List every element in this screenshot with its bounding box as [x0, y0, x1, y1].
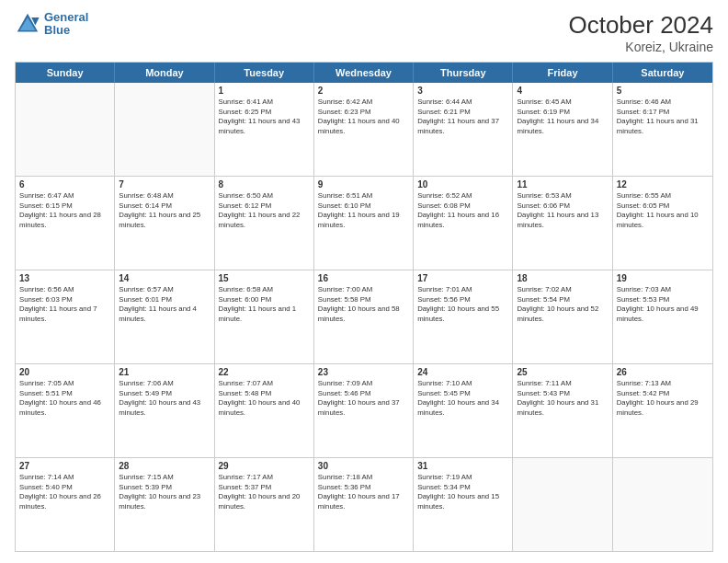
day-number: 24: [417, 367, 508, 377]
day-number: 18: [517, 273, 608, 283]
day-number: 26: [617, 367, 709, 377]
day-number: 19: [617, 273, 709, 283]
cal-cell-3-2: 22Sunrise: 7:07 AM Sunset: 5:48 PM Dayli…: [215, 364, 314, 457]
page-title: October 2024: [568, 11, 713, 40]
header-saturday: Saturday: [613, 63, 712, 83]
cell-info: Sunrise: 6:48 AM Sunset: 6:14 PM Dayligh…: [119, 191, 210, 230]
header-monday: Monday: [115, 63, 214, 83]
calendar-body: 1Sunrise: 6:41 AM Sunset: 6:25 PM Daylig…: [16, 83, 712, 551]
cell-info: Sunrise: 7:07 AM Sunset: 5:48 PM Dayligh…: [219, 379, 310, 418]
day-number: 1: [219, 86, 310, 96]
cal-cell-4-2: 29Sunrise: 7:17 AM Sunset: 5:37 PM Dayli…: [215, 458, 314, 551]
cal-cell-0-5: 4Sunrise: 6:45 AM Sunset: 6:19 PM Daylig…: [513, 83, 612, 176]
calendar-header: Sunday Monday Tuesday Wednesday Thursday…: [16, 63, 712, 83]
cal-cell-4-1: 28Sunrise: 7:15 AM Sunset: 5:39 PM Dayli…: [115, 458, 214, 551]
day-number: 13: [19, 273, 110, 283]
header-sunday: Sunday: [16, 63, 115, 83]
cal-cell-1-3: 9Sunrise: 6:51 AM Sunset: 6:10 PM Daylig…: [314, 177, 414, 270]
day-number: 17: [417, 273, 508, 283]
day-number: 30: [318, 461, 409, 471]
cell-info: Sunrise: 7:15 AM Sunset: 5:39 PM Dayligh…: [119, 473, 210, 511]
title-block: October 2024 Koreiz, Ukraine: [568, 11, 713, 54]
cal-cell-0-3: 2Sunrise: 6:42 AM Sunset: 6:23 PM Daylig…: [314, 83, 414, 176]
day-number: 27: [19, 461, 110, 471]
cal-cell-1-1: 7Sunrise: 6:48 AM Sunset: 6:14 PM Daylig…: [115, 177, 214, 270]
header-tuesday: Tuesday: [215, 63, 314, 83]
cell-info: Sunrise: 6:51 AM Sunset: 6:10 PM Dayligh…: [318, 191, 409, 230]
cal-row-0: 1Sunrise: 6:41 AM Sunset: 6:25 PM Daylig…: [16, 83, 712, 176]
header: General Blue October 2024 Koreiz, Ukrain…: [15, 11, 713, 54]
cal-row-1: 6Sunrise: 6:47 AM Sunset: 6:15 PM Daylig…: [16, 176, 712, 270]
cal-cell-1-6: 12Sunrise: 6:55 AM Sunset: 6:05 PM Dayli…: [613, 177, 712, 270]
calendar: Sunday Monday Tuesday Wednesday Thursday…: [15, 62, 713, 552]
day-number: 11: [517, 179, 608, 190]
cal-cell-2-0: 13Sunrise: 6:56 AM Sunset: 6:03 PM Dayli…: [16, 270, 115, 363]
day-number: 3: [417, 86, 508, 96]
cell-info: Sunrise: 6:45 AM Sunset: 6:19 PM Dayligh…: [517, 98, 608, 136]
day-number: 9: [318, 179, 409, 190]
cell-info: Sunrise: 7:02 AM Sunset: 5:54 PM Dayligh…: [517, 285, 608, 324]
cell-info: Sunrise: 7:13 AM Sunset: 5:42 PM Dayligh…: [617, 379, 709, 418]
cal-cell-3-0: 20Sunrise: 7:05 AM Sunset: 5:51 PM Dayli…: [16, 364, 115, 457]
cell-info: Sunrise: 7:09 AM Sunset: 5:46 PM Dayligh…: [318, 379, 409, 418]
logo-general: General: [44, 10, 88, 24]
cal-row-4: 27Sunrise: 7:14 AM Sunset: 5:40 PM Dayli…: [16, 457, 712, 551]
cell-info: Sunrise: 6:56 AM Sunset: 6:03 PM Dayligh…: [19, 285, 110, 324]
cal-row-3: 20Sunrise: 7:05 AM Sunset: 5:51 PM Dayli…: [16, 363, 712, 457]
cal-cell-3-1: 21Sunrise: 7:06 AM Sunset: 5:49 PM Dayli…: [115, 364, 214, 457]
cell-info: Sunrise: 6:46 AM Sunset: 6:17 PM Dayligh…: [617, 98, 709, 136]
day-number: 31: [417, 461, 508, 471]
cell-info: Sunrise: 6:41 AM Sunset: 6:25 PM Dayligh…: [219, 98, 310, 136]
cal-cell-3-4: 24Sunrise: 7:10 AM Sunset: 5:45 PM Dayli…: [414, 364, 513, 457]
day-number: 5: [617, 86, 709, 96]
cal-cell-3-6: 26Sunrise: 7:13 AM Sunset: 5:42 PM Dayli…: [613, 364, 712, 457]
cal-cell-0-0: [16, 83, 115, 176]
day-number: 12: [617, 179, 709, 190]
cell-info: Sunrise: 7:01 AM Sunset: 5:56 PM Dayligh…: [417, 285, 508, 324]
cell-info: Sunrise: 6:42 AM Sunset: 6:23 PM Dayligh…: [318, 98, 409, 136]
cell-info: Sunrise: 6:58 AM Sunset: 6:00 PM Dayligh…: [219, 285, 310, 324]
cal-cell-2-4: 17Sunrise: 7:01 AM Sunset: 5:56 PM Dayli…: [414, 270, 513, 363]
page: General Blue October 2024 Koreiz, Ukrain…: [0, 0, 728, 563]
day-number: 23: [318, 367, 409, 377]
cal-cell-2-1: 14Sunrise: 6:57 AM Sunset: 6:01 PM Dayli…: [115, 270, 214, 363]
cal-cell-4-6: [613, 458, 712, 551]
day-number: 14: [119, 273, 210, 283]
cal-cell-4-5: [513, 458, 612, 551]
cell-info: Sunrise: 7:14 AM Sunset: 5:40 PM Dayligh…: [19, 473, 110, 511]
header-wednesday: Wednesday: [314, 63, 414, 83]
cal-cell-0-1: [115, 83, 214, 176]
cell-info: Sunrise: 6:47 AM Sunset: 6:15 PM Dayligh…: [19, 191, 110, 230]
day-number: 22: [219, 367, 310, 377]
cell-info: Sunrise: 7:10 AM Sunset: 5:45 PM Dayligh…: [417, 379, 508, 418]
cal-cell-4-4: 31Sunrise: 7:19 AM Sunset: 5:34 PM Dayli…: [414, 458, 513, 551]
cal-cell-1-0: 6Sunrise: 6:47 AM Sunset: 6:15 PM Daylig…: [16, 177, 115, 270]
cal-cell-3-3: 23Sunrise: 7:09 AM Sunset: 5:46 PM Dayli…: [314, 364, 414, 457]
cell-info: Sunrise: 7:05 AM Sunset: 5:51 PM Dayligh…: [19, 379, 110, 418]
day-number: 2: [318, 86, 409, 96]
cell-info: Sunrise: 6:55 AM Sunset: 6:05 PM Dayligh…: [617, 191, 709, 230]
cell-info: Sunrise: 6:53 AM Sunset: 6:06 PM Dayligh…: [517, 191, 608, 230]
cal-cell-3-5: 25Sunrise: 7:11 AM Sunset: 5:43 PM Dayli…: [513, 364, 612, 457]
day-number: 8: [219, 179, 310, 190]
header-friday: Friday: [513, 63, 612, 83]
day-number: 20: [19, 367, 110, 377]
header-thursday: Thursday: [414, 63, 513, 83]
cal-cell-2-2: 15Sunrise: 6:58 AM Sunset: 6:00 PM Dayli…: [215, 270, 314, 363]
cell-info: Sunrise: 6:52 AM Sunset: 6:08 PM Dayligh…: [417, 191, 508, 230]
cell-info: Sunrise: 7:11 AM Sunset: 5:43 PM Dayligh…: [517, 379, 608, 418]
cal-cell-1-2: 8Sunrise: 6:50 AM Sunset: 6:12 PM Daylig…: [215, 177, 314, 270]
cell-info: Sunrise: 7:18 AM Sunset: 5:36 PM Dayligh…: [318, 473, 409, 511]
cal-cell-0-2: 1Sunrise: 6:41 AM Sunset: 6:25 PM Daylig…: [215, 83, 314, 176]
page-subtitle: Koreiz, Ukraine: [568, 40, 713, 54]
day-number: 28: [119, 461, 210, 471]
cal-cell-4-3: 30Sunrise: 7:18 AM Sunset: 5:36 PM Dayli…: [314, 458, 414, 551]
cell-info: Sunrise: 7:06 AM Sunset: 5:49 PM Dayligh…: [119, 379, 210, 418]
logo-icon: [15, 11, 40, 37]
logo-blue: Blue: [44, 23, 70, 37]
day-number: 21: [119, 367, 210, 377]
cal-cell-2-5: 18Sunrise: 7:02 AM Sunset: 5:54 PM Dayli…: [513, 270, 612, 363]
cell-info: Sunrise: 7:17 AM Sunset: 5:37 PM Dayligh…: [219, 473, 310, 511]
cell-info: Sunrise: 6:44 AM Sunset: 6:21 PM Dayligh…: [417, 98, 508, 136]
day-number: 6: [19, 179, 110, 190]
